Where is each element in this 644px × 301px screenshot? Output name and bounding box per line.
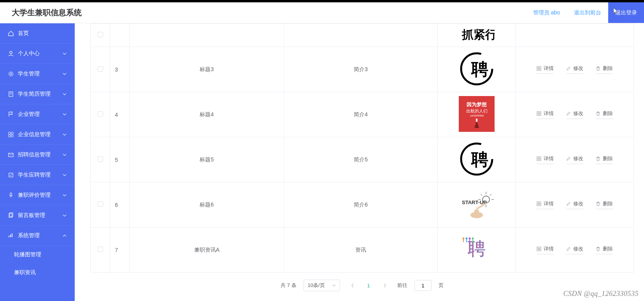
cell-intro: 简介5	[284, 137, 438, 182]
row-checkbox[interactable]	[98, 156, 103, 162]
cell-title: 兼职资讯A	[130, 228, 284, 273]
sidebar-item-3[interactable]: 学生简历管理	[0, 84, 75, 104]
chevron-right-icon	[383, 283, 386, 288]
chevron-down-icon	[62, 92, 67, 96]
table-row: 抓紧行	[91, 24, 634, 47]
edit-button[interactable]: 修改	[566, 110, 583, 119]
edit-button[interactable]: 修改	[566, 200, 583, 209]
sidebar-item-label: 个人中心	[18, 50, 62, 57]
page-prev[interactable]	[347, 280, 358, 291]
edit-icon	[566, 247, 571, 251]
row-actions: 详情 修改 删除	[520, 155, 630, 164]
table-row: 3 标题3 简介3 聘 详情 修改 删除	[91, 47, 634, 92]
admin-label-link[interactable]: 管理员 abo	[526, 2, 567, 23]
chevron-down-icon	[62, 213, 67, 218]
pagination-jump-input[interactable]	[414, 280, 432, 291]
sidebar-item-0[interactable]: 首页	[0, 23, 75, 44]
app-title: 大学生兼职信息系统	[12, 7, 82, 18]
cell-image: 因为梦想出航的人们总是值得被祝福	[438, 92, 516, 137]
delete-button[interactable]: 删除	[596, 155, 613, 164]
row-checkbox[interactable]	[98, 201, 103, 207]
cell-index	[110, 24, 130, 47]
pagination-jump-suffix: 页	[439, 282, 444, 289]
svg-rect-9	[11, 135, 13, 137]
page-size-select[interactable]: 10条/页	[304, 280, 340, 291]
edit-label: 修改	[573, 200, 583, 207]
sidebar-subitem-label: 轮播图管理	[14, 251, 41, 258]
row-checkbox[interactable]	[98, 111, 103, 117]
svg-text:总是值得被祝福: 总是值得被祝福	[469, 114, 483, 117]
cell-actions	[516, 24, 633, 47]
delete-button[interactable]: 删除	[596, 200, 613, 209]
sidebar-item-2[interactable]: 学生管理	[0, 64, 75, 84]
sidebar-item-label: 企业信息管理	[18, 131, 62, 138]
edit-icon	[566, 111, 571, 116]
detail-label: 详情	[544, 110, 554, 117]
cell-actions: 详情 修改 删除	[516, 228, 633, 273]
gear-icon	[8, 71, 14, 77]
page-number-1[interactable]: 1	[365, 283, 372, 289]
delete-label: 删除	[603, 65, 613, 72]
detail-button[interactable]: 详情	[537, 65, 554, 74]
edit-button[interactable]: 修改	[566, 245, 583, 254]
cell-image: 聘	[438, 47, 516, 92]
sidebar-item-8[interactable]: 兼职评价管理	[0, 185, 75, 205]
chevron-down-icon	[62, 112, 67, 117]
sidebar-item-9[interactable]: 留言板管理	[0, 205, 75, 226]
delete-button[interactable]: 删除	[596, 110, 613, 119]
sidebar: 首页 个人中心 学生管理 学生简历管理 企业管理 企业信息管理 招聘信息管理 学…	[0, 23, 75, 301]
sidebar-item-4[interactable]: 企业管理	[0, 104, 75, 124]
table-row: 5 标题5 简介5 聘 详情 修改 删除	[91, 137, 634, 182]
cell-title	[130, 24, 284, 47]
svg-point-2	[9, 72, 13, 76]
svg-point-58	[465, 238, 467, 240]
svg-text:聘: 聘	[468, 239, 486, 259]
trash-icon	[596, 201, 600, 206]
svg-text:聘: 聘	[470, 150, 488, 169]
detail-button[interactable]: 详情	[537, 200, 554, 209]
sidebar-subitem-0[interactable]: 轮播图管理	[0, 246, 75, 264]
sidebar-item-label: 学生管理	[18, 70, 62, 77]
cell-checkbox	[91, 92, 110, 137]
chart-icon	[8, 233, 14, 239]
detail-button[interactable]: 详情	[537, 155, 554, 164]
table-row: 7 兼职资讯A 资讯 聘聘 详情 修改 删除	[91, 228, 634, 273]
detail-icon	[537, 66, 541, 71]
detail-label: 详情	[544, 155, 554, 162]
delete-button[interactable]: 删除	[596, 245, 613, 254]
detail-icon	[537, 247, 541, 251]
delete-button[interactable]: 删除	[596, 65, 613, 74]
sidebar-subitem-1[interactable]: 兼职资讯	[0, 264, 75, 282]
sidebar-item-1[interactable]: 个人中心	[0, 44, 75, 64]
edit-button[interactable]: 修改	[566, 155, 583, 164]
sidebar-item-7[interactable]: 学生应聘管理	[0, 165, 75, 185]
pagination-total: 共 7 条	[281, 282, 296, 289]
row-actions: 详情 修改 删除	[520, 110, 630, 119]
table-row: 4 标题4 简介4 因为梦想出航的人们总是值得被祝福 详情 修改 删除	[91, 92, 634, 137]
to-frontend-link[interactable]: 退出到前台	[567, 2, 608, 23]
flag-icon	[8, 111, 14, 117]
detail-button[interactable]: 详情	[537, 110, 554, 119]
mail-icon	[8, 152, 14, 158]
svg-point-1	[10, 73, 12, 75]
svg-text:因为梦想: 因为梦想	[467, 102, 487, 107]
chevron-down-icon	[62, 132, 67, 137]
edit-label: 修改	[573, 245, 583, 252]
row-checkbox[interactable]	[98, 32, 103, 37]
cell-image: 抓紧行	[438, 24, 516, 47]
sidebar-item-6[interactable]: 招聘信息管理	[0, 145, 75, 165]
detail-icon	[537, 111, 541, 116]
trash-icon	[596, 156, 600, 161]
detail-icon	[537, 156, 541, 161]
cell-checkbox	[91, 137, 110, 182]
sidebar-item-label: 学生应聘管理	[18, 172, 62, 178]
svg-point-62	[472, 238, 474, 240]
edit-button[interactable]: 修改	[566, 65, 583, 74]
sidebar-item-5[interactable]: 企业信息管理	[0, 124, 75, 145]
page-next[interactable]	[379, 280, 390, 291]
logout-button[interactable]: 退出登录	[608, 2, 644, 23]
sidebar-item-10[interactable]: 系统管理	[0, 226, 75, 246]
row-checkbox[interactable]	[98, 247, 103, 252]
detail-button[interactable]: 详情	[537, 245, 554, 254]
row-checkbox[interactable]	[98, 66, 103, 72]
